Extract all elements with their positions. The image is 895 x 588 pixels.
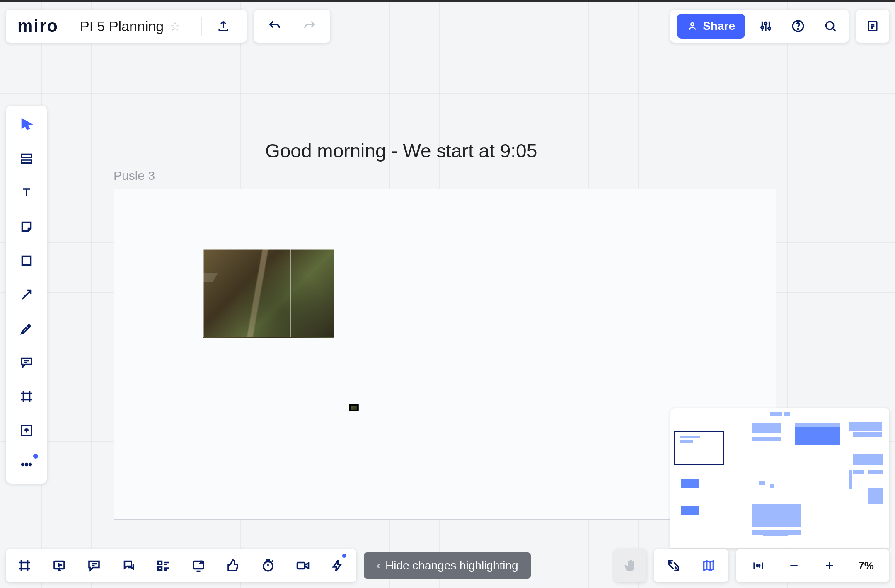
tool-timer[interactable] xyxy=(258,555,278,576)
minimap-block xyxy=(752,423,781,433)
thumbs-up-icon xyxy=(226,558,241,573)
tool-sticky-note[interactable] xyxy=(14,217,39,237)
minimap-block xyxy=(770,484,774,488)
top-bar: miro PI 5 Planning ☆ Share xyxy=(6,10,889,43)
export-button[interactable] xyxy=(212,15,235,38)
person-add-icon xyxy=(687,21,698,31)
tool-pen[interactable] xyxy=(14,319,39,339)
canvas-image[interactable] xyxy=(203,249,334,338)
search-icon xyxy=(823,19,837,33)
chat-icon xyxy=(121,558,136,573)
notes-button[interactable] xyxy=(856,10,889,43)
tool-comments[interactable] xyxy=(84,555,104,576)
fit-width-button[interactable] xyxy=(747,554,770,577)
left-toolbar xyxy=(6,106,47,484)
svg-point-9 xyxy=(22,464,24,466)
comments-icon xyxy=(87,558,102,573)
miro-logo[interactable]: miro xyxy=(17,16,58,36)
arrow-icon xyxy=(19,287,34,302)
frame-icon xyxy=(19,389,34,404)
tool-shape[interactable] xyxy=(14,251,39,271)
fit-width-icon xyxy=(752,559,764,572)
plus-icon xyxy=(823,559,836,572)
minimap-block xyxy=(752,504,801,527)
minimap[interactable] xyxy=(670,408,889,548)
canvas-thumbnail[interactable] xyxy=(349,404,359,411)
help-button[interactable] xyxy=(786,15,810,38)
minimap-block xyxy=(681,506,699,515)
cards-icon xyxy=(156,558,171,573)
screenshare-icon xyxy=(191,558,206,573)
zoom-in-button[interactable] xyxy=(818,554,841,577)
canvas-headline[interactable]: Good morning - We start at 9:05 xyxy=(265,140,537,162)
minimap-block xyxy=(770,412,782,416)
tool-frame[interactable] xyxy=(14,387,39,407)
bottom-bar: ‹‹ Hide changes highlighting 7% xyxy=(6,549,889,582)
minimap-block xyxy=(868,488,883,504)
undo-redo-card xyxy=(254,10,330,43)
settings-button[interactable] xyxy=(754,15,777,38)
svg-rect-14 xyxy=(158,567,162,570)
tool-chat[interactable] xyxy=(119,555,139,576)
redo-icon xyxy=(302,19,317,33)
tool-select[interactable] xyxy=(14,115,39,135)
svg-rect-5 xyxy=(22,155,31,158)
minimap-block xyxy=(853,454,883,465)
svg-point-11 xyxy=(29,464,31,466)
star-icon[interactable]: ☆ xyxy=(169,19,181,34)
minimap-block xyxy=(763,532,788,536)
share-button[interactable]: Share xyxy=(677,14,745,39)
minimap-block xyxy=(868,470,883,474)
tool-video[interactable] xyxy=(293,555,313,576)
touch-mode-button[interactable] xyxy=(614,549,646,582)
minus-icon xyxy=(788,559,800,572)
bottom-toolbar xyxy=(6,549,356,582)
redo-button[interactable] xyxy=(298,15,321,38)
share-label: Share xyxy=(703,19,735,33)
svg-point-2 xyxy=(798,29,798,29)
sliders-icon xyxy=(759,19,773,33)
minimap-block xyxy=(853,432,882,437)
hide-changes-button[interactable]: ‹‹ Hide changes highlighting xyxy=(364,552,531,579)
tool-more[interactable] xyxy=(14,455,39,474)
tool-cards[interactable] xyxy=(153,555,174,576)
board-title[interactable]: PI 5 Planning xyxy=(80,18,164,34)
sticky-note-icon xyxy=(19,219,34,234)
notes-icon xyxy=(866,19,880,33)
undo-icon xyxy=(268,19,282,33)
tool-activities[interactable] xyxy=(327,555,348,576)
frame-label[interactable]: Pusle 3 xyxy=(114,169,155,183)
tool-upload[interactable] xyxy=(14,421,39,440)
tool-comment[interactable] xyxy=(14,353,39,373)
tool-text[interactable] xyxy=(14,183,39,203)
svg-rect-7 xyxy=(22,256,31,265)
tool-templates[interactable] xyxy=(14,149,39,169)
tool-presentation[interactable] xyxy=(49,555,70,576)
top-actions-card: Share xyxy=(670,10,849,43)
zoom-out-button[interactable] xyxy=(782,554,806,577)
map-button[interactable] xyxy=(697,554,720,577)
tool-reactions[interactable] xyxy=(223,555,244,576)
timer-icon xyxy=(261,558,276,573)
minimap-block xyxy=(784,412,790,416)
minimap-block xyxy=(680,436,700,438)
tool-frames-list[interactable] xyxy=(14,555,35,576)
tool-connection-line[interactable] xyxy=(14,285,39,305)
minimap-block xyxy=(853,470,864,474)
zoom-value[interactable]: 7% xyxy=(854,559,878,572)
fullscreen-button[interactable] xyxy=(662,554,685,577)
minimap-block xyxy=(849,470,852,489)
undo-button[interactable] xyxy=(263,15,286,38)
upload-icon xyxy=(19,423,34,438)
minimap-block xyxy=(759,481,765,485)
hand-icon xyxy=(622,557,639,574)
fullscreen-icon xyxy=(667,559,681,573)
templates-icon xyxy=(19,151,34,166)
zoom-card: 7% xyxy=(736,549,889,582)
tool-screen-share[interactable] xyxy=(188,555,209,576)
more-icon xyxy=(19,457,34,472)
board-title-area: PI 5 Planning ☆ xyxy=(69,18,191,34)
export-icon xyxy=(216,19,230,33)
search-button[interactable] xyxy=(819,15,842,38)
minimap-block xyxy=(680,440,693,443)
